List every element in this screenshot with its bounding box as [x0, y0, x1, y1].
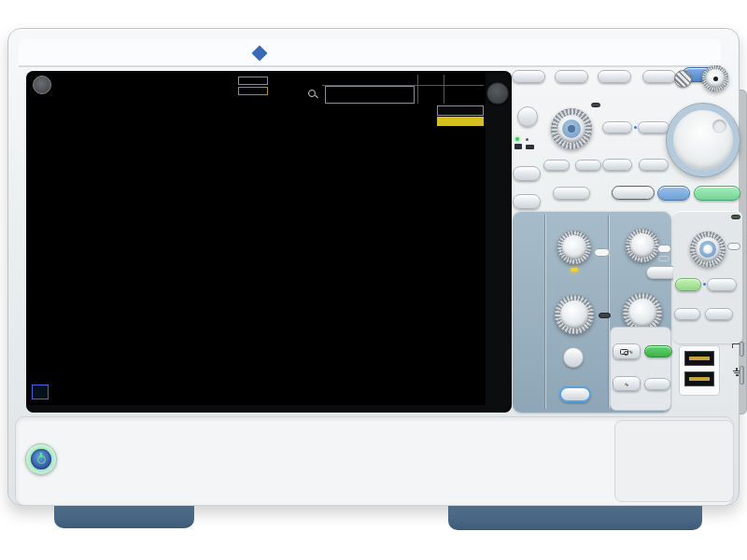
- utility-button[interactable]: [513, 194, 541, 209]
- vertical-0div-chip: [594, 248, 610, 257]
- folder-icon: [514, 144, 522, 149]
- horizontal-50-chip: [657, 245, 671, 253]
- wave-icon: ∿: [628, 348, 633, 355]
- default-button[interactable]: [638, 121, 669, 133]
- snapshot-panel: [610, 327, 671, 411]
- logo-strip: [19, 39, 721, 67]
- touch-button[interactable]: [644, 345, 672, 357]
- zoom2-button[interactable]: [575, 160, 601, 171]
- power-icon-bar: [40, 453, 42, 457]
- oscilloscope-product-view: ∿ ∿: [0, 0, 747, 560]
- enhanced-button[interactable]: [707, 278, 737, 291]
- trigger-level-knob[interactable]: [690, 231, 726, 267]
- snap-shot-button[interactable]: ∿: [613, 343, 641, 359]
- timebase-readout: [437, 105, 484, 116]
- esc-button[interactable]: [486, 82, 509, 105]
- trigger-50-chip: [727, 243, 740, 250]
- b-trig-button[interactable]: [705, 308, 733, 320]
- model-name: [278, 45, 285, 55]
- wave-icon: ∿: [624, 381, 628, 387]
- brand-diamond-icon: [252, 46, 268, 62]
- auto-button[interactable]: [602, 121, 632, 133]
- waveform-grid: [28, 105, 486, 373]
- usb-port-2[interactable]: [684, 371, 714, 386]
- single-button[interactable]: [657, 186, 690, 201]
- analysis-button[interactable]: [598, 70, 631, 83]
- left-foot: [54, 502, 194, 528]
- print-led2: [526, 138, 529, 141]
- acquire-button[interactable]: [639, 159, 669, 171]
- ch-util-button[interactable]: [563, 347, 584, 368]
- zoom-knob[interactable]: [551, 108, 592, 149]
- ground-terminal: [740, 366, 744, 385]
- logic-input-panel: [614, 420, 734, 502]
- vertical-scale-knob[interactable]: [555, 295, 594, 334]
- run-stop-button[interactable]: [694, 186, 740, 201]
- usb-port-1[interactable]: [684, 351, 714, 366]
- state-chip[interactable]: [238, 87, 268, 95]
- file-button[interactable]: [513, 166, 541, 181]
- edge-button[interactable]: [675, 278, 701, 291]
- camera-icon: [620, 349, 628, 355]
- knob-dimple: [712, 119, 726, 133]
- status-divider: [417, 75, 418, 104]
- waveform-thumbnail-icon[interactable]: [32, 385, 49, 399]
- intensity-knob[interactable]: [674, 70, 692, 88]
- search-button[interactable]: [553, 187, 590, 200]
- record-length-badge: [437, 117, 484, 126]
- menu-icon[interactable]: [33, 76, 51, 94]
- horizontal-position-knob[interactable]: [626, 229, 659, 262]
- trigger-type-led: [703, 283, 706, 286]
- clear-trace-button[interactable]: ∿: [613, 376, 641, 391]
- power-button[interactable]: [25, 443, 57, 475]
- vertical-position-knob[interactable]: [557, 231, 591, 264]
- power-button-face: [31, 449, 51, 469]
- help-button[interactable]: [644, 378, 670, 390]
- vertical-led: [571, 268, 578, 272]
- setup-led: [634, 126, 637, 129]
- jog-shuttle-knob[interactable]: [667, 104, 740, 176]
- math-ref-button[interactable]: [642, 70, 676, 83]
- logic-button[interactable]: [559, 386, 591, 402]
- measure-button[interactable]: [555, 70, 588, 83]
- vertical-fine-led: [599, 313, 611, 318]
- zoom1-button[interactable]: [543, 160, 570, 171]
- screen-bezel: [26, 71, 512, 413]
- zoom-push-led: [591, 103, 600, 107]
- horizontal-aux-chip: [658, 256, 669, 261]
- panel-groove: [544, 215, 546, 409]
- printer-icon: [526, 145, 534, 149]
- status-divider: [444, 75, 444, 104]
- comp-terminal: [740, 342, 744, 357]
- usb-frame: [679, 345, 720, 396]
- logic-chip[interactable]: [238, 77, 268, 85]
- trigd-led: [731, 215, 740, 219]
- display-button[interactable]: [602, 159, 632, 171]
- set-knob[interactable]: [702, 65, 728, 91]
- mode-button[interactable]: [674, 308, 700, 320]
- print-led: [515, 137, 519, 141]
- print-button[interactable]: [517, 106, 538, 127]
- cursor-button[interactable]: [512, 70, 545, 83]
- oscilloscope-display: [28, 73, 486, 405]
- history-button[interactable]: [612, 186, 655, 200]
- trigger-info-box[interactable]: [325, 86, 415, 104]
- right-foot: [448, 502, 702, 530]
- zoom-search-icon[interactable]: [308, 90, 316, 97]
